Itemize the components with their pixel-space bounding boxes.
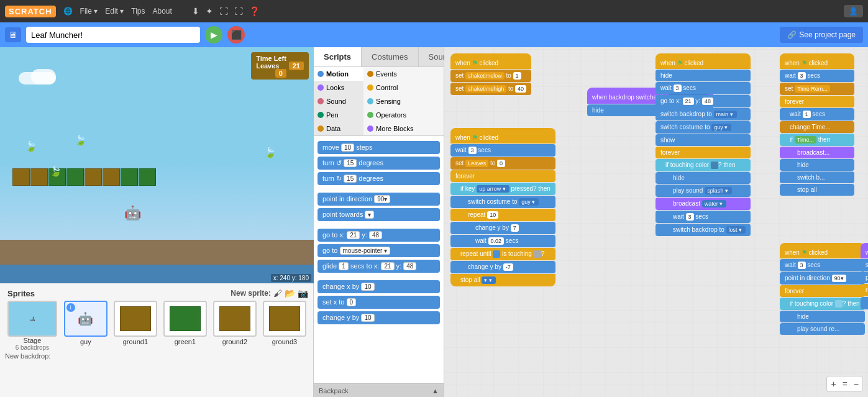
scripts-area[interactable]: when ⚑ clicked set shaketimelow to 1 set… [444,47,868,397]
menu-tips[interactable]: Tips [131,7,145,16]
block-when-clicked-4[interactable]: when ⚑ clicked [656,53,751,69]
cat-pen[interactable]: Pen [314,108,363,122]
cat-control[interactable]: Control [363,81,444,94]
cat-events[interactable]: Events [363,67,444,81]
cat-data[interactable]: Data [314,122,363,135]
file-sprite-button[interactable]: 📂 [285,288,295,298]
block-set-shaketimelow[interactable]: set shaketimelow to 1 [450,70,531,82]
block-wait-002[interactable]: wait 0.02 secs [450,235,555,247]
cat-motion[interactable]: Motion [314,67,363,81]
menu-globe[interactable]: 🌐 [63,7,73,16]
block-change-y-neg7[interactable]: change y by -7 [450,261,555,273]
camera-sprite-button[interactable]: 📷 [298,288,308,298]
block-change-time[interactable]: change Time... [780,121,854,133]
block-hide-4[interactable]: hide [656,70,751,81]
block-stop-other[interactable]: stop other scr... [861,259,868,271]
block-if-up-arrow[interactable]: if key up arrow pressed? then [450,183,555,195]
block-wait-3-5[interactable]: wait 3 secs [780,70,854,82]
block-hide-water[interactable]: hide [656,172,751,184]
block-play-sound-7[interactable]: play sound re... [861,272,868,283]
cat-looks[interactable]: Looks [314,81,363,94]
menu-file[interactable]: File ▾ [80,7,98,16]
zoom-reset-button[interactable]: = [840,378,850,390]
block-hide-6[interactable]: hide [780,311,865,322]
block-wait-3-6[interactable]: wait 3 secs [780,259,865,272]
fullscreen-icon[interactable]: ⛶ [219,6,228,16]
run-button[interactable]: ▶ [205,26,222,43]
block-turn-right[interactable]: turn ↻ 15 degrees [318,172,440,185]
block-repeat-10[interactable]: repeat 10 [450,209,555,221]
block-goto-xy-4[interactable]: go to x: 21 y: 48 [656,95,751,107]
upload-icon[interactable]: ✦ [206,6,213,16]
block-switch-costume-4[interactable]: switch costume to guy [656,121,751,134]
block-switch-costume-guy[interactable]: switch costume to guy [450,196,555,208]
backpack-bar[interactable]: Backpack ▲ [314,383,444,397]
zoom-icon[interactable]: ⛶ [234,6,243,16]
block-when-receive[interactable]: when I recei... [861,243,868,258]
block-forever-5[interactable]: forever [780,96,854,107]
stage-canvas[interactable]: Time LeftLeaves 21 0 [0,47,314,283]
block-go-to-xy[interactable]: go to x: 21 y: 48 [318,229,440,242]
menu-edit[interactable]: Edit ▾ [105,7,124,16]
block-forever-6[interactable]: forever [780,285,865,297]
sprite-info-badge[interactable]: i [66,303,75,312]
block-play-sound-6[interactable]: play sound re... [780,323,865,335]
block-go-to-mouse[interactable]: go to mouse-pointer ▾ [318,244,440,257]
block-wait-3[interactable]: wait 3 secs [450,144,555,157]
block-switch-backdrop-main[interactable]: switch backdrop to main [656,108,751,121]
block-move[interactable]: move 10 steps [318,141,440,154]
block-when-clicked-2[interactable]: when ⚑ clicked [450,128,555,144]
block-turn-left[interactable]: turn ↺ 15 degrees [318,157,440,170]
block-switch-b[interactable]: switch b... [780,171,854,183]
tab-scripts[interactable]: Scripts [314,47,362,66]
stage-icon-button[interactable]: 🖥 [5,27,21,42]
zoom-in-button[interactable]: + [828,378,838,390]
cat-more-blocks[interactable]: More Blocks [363,122,444,135]
block-hide-5[interactable]: hide [780,159,854,171]
block-set-shaketimehigh[interactable]: set shaketimehigh to 40 [450,83,531,95]
zoom-out-button[interactable]: − [851,378,861,390]
block-if-time[interactable]: if Time... then [780,134,854,146]
sprite-item-guy[interactable]: i 🤖 guy [62,301,109,345]
block-forever-4[interactable]: forever [656,147,751,158]
tab-costumes[interactable]: Costumes [362,47,419,66]
cat-operators[interactable]: Operators [363,108,444,122]
block-turn-10[interactable]: turn ↺ 10 [861,297,868,309]
user-account[interactable]: 👤 [844,5,863,17]
sprite-item-ground2[interactable]: ground2 [211,301,258,345]
block-repeat-until-color[interactable]: repeat until is touching ? [450,248,555,260]
scratch-logo[interactable]: SCRATCH [5,6,56,17]
block-broadcast-5[interactable]: broadcast... [780,147,854,158]
block-when-clicked-5[interactable]: when ⚑ clicked [780,53,854,69]
sprite-item-green1[interactable]: green1 [162,301,209,345]
help-icon[interactable]: ❓ [249,6,260,16]
block-wait-3-4[interactable]: wait 3 secs [656,82,751,94]
see-project-button[interactable]: 🔗 See project page [780,27,863,43]
block-change-y-7[interactable]: change y by 7 [450,222,555,234]
project-name-input[interactable] [26,27,200,43]
menu-about[interactable]: About [153,7,172,16]
block-play-splash[interactable]: play sound splash [656,185,751,197]
cat-sensing[interactable]: Sensing [363,94,444,108]
block-show-4[interactable]: show [656,134,751,146]
block-switch-backdrop-lost[interactable]: switch backdrop to lost [656,224,751,236]
block-point-direction[interactable]: point in direction 90▾ [318,193,440,206]
block-repeat-20[interactable]: repeat 20 [861,284,868,296]
block-set-leaves[interactable]: set Leaves to 0 [450,157,555,170]
block-point-towards[interactable]: point towards ▾ [318,208,440,221]
block-change-y[interactable]: change y by 10 [318,311,440,324]
block-wait-1[interactable]: wait 1 secs [780,108,854,121]
block-set-timerem[interactable]: set Time Rem... [780,83,854,95]
block-if-touching-color[interactable]: if touching color ? then [656,159,751,171]
paint-sprite-button[interactable]: 🖌 [273,288,282,298]
sprite-item-ground3[interactable]: ground3 [261,301,308,345]
stop-button[interactable]: ⬛ [227,26,245,43]
cat-sound[interactable]: Sound [314,94,363,108]
block-if-touching-6[interactable]: if touching color ? then [780,298,865,310]
block-change-x[interactable]: change x by 10 [318,280,440,293]
block-broadcast-water[interactable]: broadcast water [656,198,751,210]
block-stop-all-2[interactable]: stop all ▾ [450,274,555,286]
block-stop-5[interactable]: stop all [780,184,854,196]
sprite-item-stage[interactable]: 🏞 Stage 6 backdrops [5,301,60,351]
block-when-clicked-6[interactable]: when ⚑ clicked [780,243,865,258]
